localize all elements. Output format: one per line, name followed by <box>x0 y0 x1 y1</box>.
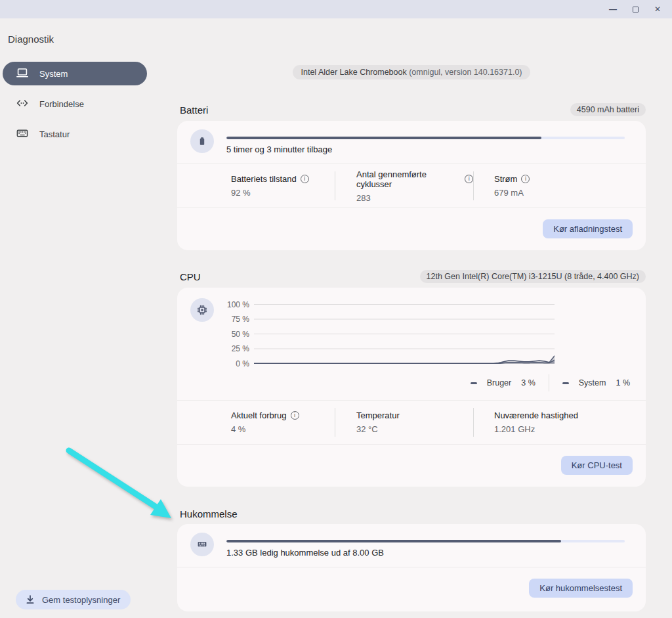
cpu-section-title: CPU <box>177 271 201 282</box>
cpu-chart-legend: Bruger 3 % System 1 % <box>177 364 646 400</box>
stat-battery-current: Strømi 679 mA <box>474 174 646 198</box>
info-icon[interactable]: i <box>301 175 309 183</box>
y-axis-label: 75 % <box>232 315 249 324</box>
info-icon[interactable]: i <box>521 175 530 183</box>
stat-value: 283 <box>356 193 473 203</box>
cpu-icon <box>190 298 214 322</box>
main-content: Intel Alder Lake Chromebook (omnigul, ve… <box>177 56 646 611</box>
cpu-usage-chart <box>254 304 555 364</box>
laptop-icon <box>16 67 28 81</box>
maximize-button[interactable] <box>630 4 640 14</box>
stat-battery-health: Batteriets tilstandi 92 % <box>231 174 335 198</box>
sidebar-item-forbindelse[interactable]: Forbindelse <box>3 92 147 116</box>
stat-cpu-speed: Nuværende hastighed 1.201 GHz <box>474 410 646 434</box>
stat-cpu-usage: Aktuelt forbrugi 4 % <box>231 410 335 434</box>
y-axis-label: 25 % <box>232 344 249 353</box>
download-icon <box>25 594 35 605</box>
run-battery-test-button[interactable]: Kør afladningstest <box>543 219 633 238</box>
sidebar-item-tastatur[interactable]: Tastatur <box>3 122 147 146</box>
legend-marker-icon <box>471 382 477 384</box>
battery-time-remaining: 5 timer og 3 minutter tilbage <box>226 144 625 154</box>
stat-value: 679 mA <box>494 188 646 198</box>
ethernet-icon <box>16 97 28 111</box>
cpu-badge: 12th Gen Intel(R) Core(TM) i3-1215U (8 t… <box>420 270 646 283</box>
minimize-button[interactable]: — <box>608 4 618 14</box>
y-axis-label: 100 % <box>227 300 249 309</box>
titlebar: — ✕ <box>0 0 672 18</box>
memory-card: 1.33 GB ledig hukommelse ud af 8.00 GB K… <box>177 524 646 611</box>
legend-user: Bruger 3 % <box>471 378 536 387</box>
sidebar-item-label: Forbindelse <box>39 99 84 109</box>
sidebar-item-label: Tastatur <box>39 129 70 139</box>
memory-progress-bar <box>226 540 625 542</box>
cpu-chart-y-axis: 100 % 75 % 50 % 25 % 0 % <box>214 304 254 364</box>
memory-section-title: Hukommelse <box>177 508 238 519</box>
cpu-card: 100 % 75 % 50 % 25 % 0 % Bruger 3 % Syst… <box>177 288 646 487</box>
page-title: Diagnostik <box>8 33 54 45</box>
stat-value: 32 °C <box>356 424 473 434</box>
run-cpu-test-button[interactable]: Kør CPU-test <box>561 456 633 475</box>
info-icon[interactable]: i <box>291 411 299 420</box>
stat-value: 1.201 GHz <box>494 424 646 434</box>
battery-card: 5 timer og 3 minutter tilbage Batteriets… <box>177 121 646 250</box>
maximize-icon <box>633 7 639 12</box>
battery-capacity-badge: 4590 mAh batteri <box>570 103 646 116</box>
device-name: Intel Alder Lake Chromebook <box>301 68 406 77</box>
info-icon[interactable]: i <box>465 175 473 183</box>
sidebar-item-label: System <box>39 69 68 79</box>
close-button[interactable]: ✕ <box>652 4 663 14</box>
sidebar-item-system[interactable]: System <box>3 62 147 85</box>
stat-value: 92 % <box>231 188 335 198</box>
legend-system: System 1 % <box>562 378 630 387</box>
ram-icon <box>190 533 214 556</box>
stat-value: 4 % <box>231 424 335 434</box>
keyboard-icon <box>16 127 28 141</box>
sidebar: System Forbindelse <box>3 62 147 152</box>
memory-status-text: 1.33 GB ledig hukommelse ud af 8.00 GB <box>226 548 625 558</box>
device-version: (omnigul, version 140.16371.0) <box>409 68 522 77</box>
stat-cpu-temp: Temperatur 32 °C <box>335 410 473 434</box>
run-memory-test-button[interactable]: Kør hukommelsestest <box>529 579 633 598</box>
stat-battery-cycles: Antal gennemførte cyklusseri 283 <box>335 169 473 203</box>
battery-section-title: Batteri <box>177 104 208 116</box>
battery-progress-bar <box>226 137 625 139</box>
y-axis-label: 0 % <box>236 359 249 368</box>
battery-icon <box>190 129 214 153</box>
device-chip: Intel Alder Lake Chromebook (omnigul, ve… <box>293 65 530 79</box>
legend-marker-icon <box>562 382 569 384</box>
save-test-info-button[interactable]: Gem testoplysninger <box>16 590 131 609</box>
y-axis-label: 50 % <box>232 330 249 339</box>
